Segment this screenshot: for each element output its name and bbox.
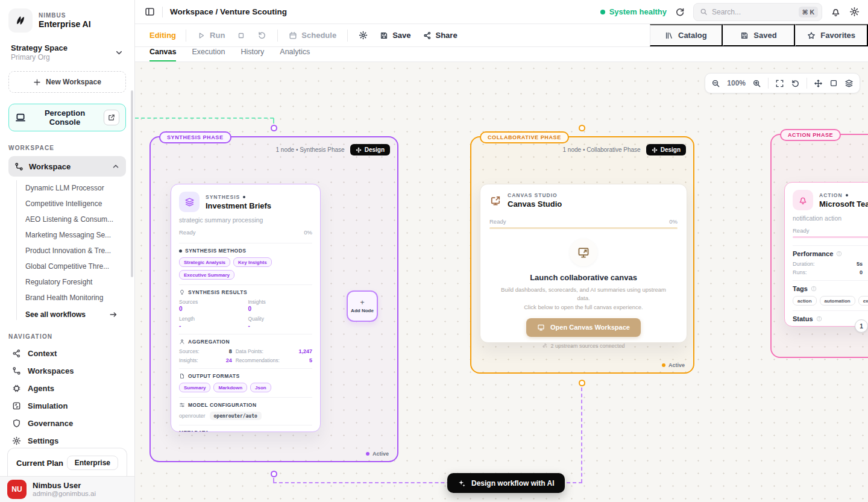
open-canvas-workspace-button[interactable]: Open Canvas Workspace (526, 318, 641, 337)
connector-handle[interactable] (271, 471, 277, 477)
refresh-icon[interactable] (675, 7, 685, 17)
action-phase-group[interactable]: ACTION PHASE ACTION Microsoft Teams Aler… (770, 134, 868, 358)
divider (347, 30, 348, 42)
active-dot (662, 363, 665, 367)
save-button[interactable]: Save (374, 31, 417, 40)
design-workflow-ai-button[interactable]: Design workflow with AI (447, 473, 565, 493)
workflow-item[interactable]: AEO Listening & Consum... (25, 212, 126, 227)
progress-bar (489, 227, 678, 229)
workflow-item[interactable]: Competitive Intelligence (25, 196, 126, 212)
search-input[interactable] (712, 8, 784, 16)
info-icon (811, 286, 817, 292)
plan-badge: Enterprise (67, 456, 118, 470)
workflow-canvas[interactable]: 100% SYNTHESIS PHASE 1 node • Synthesis … (135, 62, 868, 502)
favorites-button[interactable]: Favorites (795, 24, 868, 46)
workflow-item[interactable]: Marketing Messaging Se... (25, 227, 126, 243)
org-selector[interactable]: Strategy Space Primary Org (8, 42, 126, 63)
workflow-item[interactable]: Brand Health Monitoring (25, 290, 126, 306)
methods-section-label: SYNTHESIS METHODS (185, 248, 247, 254)
canvas-studio-node-card[interactable]: CANVAS STUDIO Canvas Studio Ready 0% Lau… (480, 184, 687, 343)
external-link-icon[interactable] (104, 110, 119, 125)
design-button[interactable]: Design (350, 144, 390, 155)
design-button[interactable]: Design (646, 144, 686, 155)
new-workspace-button[interactable]: New Workspace (8, 71, 126, 93)
sliders-icon (179, 402, 185, 408)
sidebar-scrollbar[interactable] (131, 90, 133, 277)
sidebar-item-simulation[interactable]: Simulation (8, 397, 126, 415)
share-button[interactable]: Share (417, 31, 464, 40)
workflow-item[interactable]: Regulatory Foresight (25, 274, 126, 290)
collaborative-phase-group[interactable]: COLLABORATIVE PHASE 1 node • Collaborati… (470, 136, 694, 374)
action-node-card[interactable]: ACTION Microsoft Teams Alerts notificati… (784, 182, 868, 327)
share-icon (423, 31, 432, 40)
stop-icon (237, 31, 245, 40)
workflow-settings-button[interactable] (353, 31, 374, 40)
perf-label: Duration: (793, 261, 830, 267)
navigation-section-label: NAVIGATION (8, 333, 126, 340)
sidebar-item-workspaces[interactable]: Workspaces (8, 362, 126, 380)
add-node-button[interactable]: + Add Node (347, 290, 378, 322)
search-box[interactable]: ⌘ K (693, 3, 822, 21)
view-tabs: Canvas Execution History Analytics (135, 47, 868, 62)
gear-icon (359, 31, 368, 40)
workflow-item[interactable]: Global Competitive Thre... (25, 259, 126, 274)
results-section-label: SYNTHESIS RESULTS (188, 289, 247, 295)
tab-history[interactable]: History (241, 48, 264, 61)
shield-icon (12, 419, 21, 428)
fit-view-icon[interactable] (775, 79, 784, 88)
system-health-status: System healthy (600, 7, 667, 16)
frame-icon[interactable] (829, 79, 838, 87)
sidebar-item-workspace[interactable]: Workspace (8, 156, 126, 177)
info-icon (836, 251, 842, 257)
zoom-level: 100% (727, 79, 746, 87)
see-all-workflows-link[interactable]: See all workflows (25, 306, 126, 320)
method-chip: Executive Summary (179, 270, 234, 280)
reset-button[interactable] (251, 31, 272, 40)
zoom-out-icon[interactable] (711, 79, 720, 88)
connector-handle[interactable] (579, 380, 585, 386)
saved-button[interactable]: Saved (723, 24, 796, 46)
agg-value: 5 (283, 357, 312, 363)
formats-section-label: OUTPUT FORMATS (188, 373, 240, 379)
pan-icon[interactable] (814, 79, 823, 88)
performance-section-label: Performance (793, 250, 833, 257)
node-kind-label: ACTION (819, 192, 843, 198)
connector-handle[interactable] (579, 125, 585, 131)
dot-icon (179, 249, 182, 253)
workflow-item[interactable]: Dynamic LLM Processor (25, 180, 126, 196)
health-dot (600, 10, 605, 14)
synthesis-node-card[interactable]: SYNTHESIS Investment Briefs strategic su… (171, 184, 321, 432)
tab-analytics[interactable]: Analytics (280, 48, 310, 61)
sidebar-item-agents[interactable]: Agents (8, 380, 126, 397)
gear-icon[interactable] (849, 7, 860, 17)
bell-icon[interactable] (831, 7, 841, 17)
group-meta: 1 node • Synthesis Phase (276, 146, 345, 153)
catalog-button[interactable]: Catalog (650, 24, 723, 46)
perf-value: 5s (834, 261, 863, 267)
agg-label: Insights: (179, 357, 200, 363)
sidebar-item-governance[interactable]: Governance (8, 415, 126, 432)
brand: NIMBUS Enterprise AI (8, 8, 126, 33)
tab-execution[interactable]: Execution (192, 48, 225, 61)
zoom-in-icon[interactable] (752, 79, 761, 88)
perception-console-button[interactable]: Perception Console (8, 104, 126, 131)
reset-view-icon[interactable] (791, 79, 800, 88)
info-icon (816, 316, 822, 322)
connector-count-badge[interactable]: 1 (855, 319, 868, 333)
tab-canvas[interactable]: Canvas (149, 48, 176, 61)
stop-button[interactable] (231, 31, 251, 40)
connector-handle[interactable] (271, 125, 277, 131)
sidebar-toggle-icon[interactable] (145, 7, 155, 17)
sidebar-item-settings[interactable]: Settings (8, 432, 126, 450)
group-active-status: Active (366, 451, 389, 457)
workflow-toolbar: Editing Run Schedule Save Share (135, 24, 868, 47)
bell-icon (793, 190, 813, 210)
synthesis-phase-group[interactable]: SYNTHESIS PHASE 1 node • Synthesis Phase… (149, 136, 398, 462)
user-bar[interactable]: NU Nimbus User admin@gonimbus.ai (0, 476, 134, 502)
workflow-item[interactable]: Product Innovation & Tre... (25, 243, 126, 259)
schedule-button[interactable]: Schedule (283, 31, 342, 40)
sidebar-item-context[interactable]: Context (8, 345, 126, 362)
run-button[interactable]: Run (191, 31, 231, 40)
perf-label: Runs: (793, 269, 830, 275)
layers-icon[interactable] (844, 79, 854, 88)
